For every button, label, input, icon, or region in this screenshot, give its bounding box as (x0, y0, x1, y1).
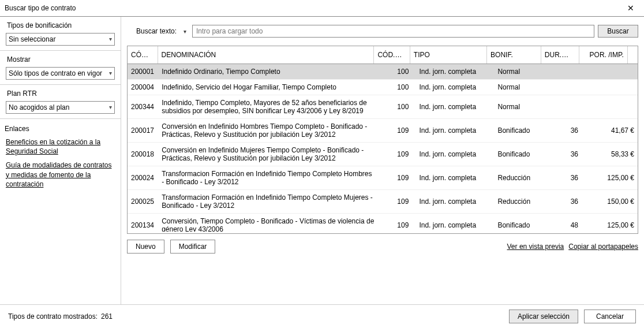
table-row[interactable]: 200024Transformacion Formación en Indefi… (128, 166, 638, 190)
col-codigo[interactable]: CÓDI... (128, 46, 158, 64)
col-tipo[interactable]: TIPO (410, 46, 486, 64)
link-guia[interactable]: Guía de modalidades de contratos y medid… (6, 161, 115, 189)
vista-previa-link[interactable]: Ver en vista previa (507, 243, 564, 251)
title-bar: Buscar tipo de contrato ✕ (0, 0, 644, 17)
col-denominacion[interactable]: DENOMINACIÓN (158, 46, 374, 64)
mostrar-select-value: Sólo tipos de contrato en vigor (9, 68, 102, 79)
main-panel: Buscar texto: ▾ Buscar CÓDI... DENOMINAC… (121, 17, 644, 304)
status-count: 261 (101, 312, 113, 320)
link-beneficios[interactable]: Beneficios en la cotización a la Segurid… (6, 137, 115, 156)
bonif-select-value: Sin seleccionar (9, 33, 55, 45)
chevron-down-icon: ▾ (109, 102, 112, 113)
mostrar-heading: Mostrar (7, 55, 115, 64)
search-mode-dropdown[interactable]: ▾ (181, 28, 189, 35)
sidebar: Tipos de bonificación Sin seleccionar ▾ … (0, 17, 121, 304)
close-icon[interactable]: ✕ (622, 3, 639, 13)
col-bonif[interactable]: BONIF. (487, 46, 541, 64)
table-row[interactable]: 200344Indefinido, Tiempo Completo, Mayor… (128, 95, 638, 119)
table-row[interactable]: 200001Indefinido Ordinario, Tiempo Compl… (128, 64, 638, 80)
table-row[interactable]: 200018Conversión en Indefinido Mujeres T… (128, 143, 638, 166)
chevron-down-icon: ▾ (109, 33, 112, 45)
plan-select[interactable]: No acogidos al plan ▾ (6, 101, 115, 114)
table-row[interactable]: 200017Conversión en Indefinido Hombres T… (128, 119, 638, 143)
enlaces-heading: Enlaces (5, 125, 115, 133)
footer: Tipos de contrato mostrados: 261 Aplicar… (0, 304, 644, 328)
table-row[interactable]: 200025Transformacion Formación en Indefi… (128, 190, 638, 214)
table-row[interactable]: 200134Conversión, Tiempo Completo - Boni… (128, 214, 638, 232)
copiar-link[interactable]: Copiar al portapapeles (568, 243, 638, 251)
cancel-button[interactable]: Cancelar (584, 310, 636, 323)
col-dur[interactable]: DUR.(M... (541, 46, 579, 64)
col-cod-o[interactable]: CÓD.O... (374, 46, 410, 64)
bonif-heading: Tipos de bonificación (7, 21, 115, 29)
status-label: Tipos de contrato mostrados: (8, 312, 98, 320)
modificar-button[interactable]: Modificar (170, 240, 216, 254)
col-imp[interactable]: POR. /IMP. (579, 46, 627, 64)
table-header-row: CÓDI... DENOMINACIÓN CÓD.O... TIPO BONIF… (128, 46, 638, 64)
window-title: Buscar tipo de contrato (5, 4, 622, 12)
search-button[interactable]: Buscar (598, 25, 638, 38)
plan-select-value: No acogidos al plan (9, 102, 69, 113)
results-table: CÓDI... DENOMINACIÓN CÓD.O... TIPO BONIF… (127, 46, 638, 234)
nuevo-button[interactable]: Nuevo (127, 240, 164, 254)
mostrar-select[interactable]: Sólo tipos de contrato en vigor ▾ (6, 67, 115, 80)
search-input[interactable] (192, 25, 594, 38)
bonif-select[interactable]: Sin seleccionar ▾ (6, 33, 115, 46)
plan-heading: Plan RTR (7, 90, 115, 98)
apply-button[interactable]: Aplicar selección (509, 310, 578, 323)
table-body[interactable]: 200001Indefinido Ordinario, Tiempo Compl… (128, 64, 638, 232)
search-label: Buscar texto: (136, 27, 177, 35)
table-row[interactable]: 200004Indefinido, Servicio del Hogar Fam… (128, 80, 638, 95)
chevron-down-icon: ▾ (109, 68, 112, 79)
